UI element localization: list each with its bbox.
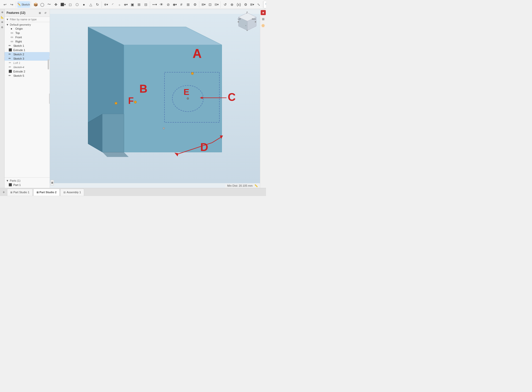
extrude2-item[interactable]: ⬛ Extrude 2	[5, 69, 50, 73]
sketch1-item[interactable]: ✏ Sketch 1	[5, 44, 50, 48]
pattern-dropdown[interactable]: ⊞▾	[201, 2, 207, 7]
bool-dropdown[interactable]: ⊕▾	[103, 2, 109, 7]
visibility-icon[interactable]: 👁	[0, 20, 4, 24]
part-studio-2-tab[interactable]: ⊞ Part Studio 2	[33, 189, 60, 196]
top-item[interactable]: ▭ Top	[5, 31, 50, 35]
panel-header-icons: ⊞ ↺	[38, 11, 48, 15]
transform2-button[interactable]: ⊞	[136, 1, 142, 8]
sketch3-item[interactable]: ✏ Sketch 3	[5, 56, 50, 61]
circle-button[interactable]: ◯	[39, 1, 46, 8]
svg-point-10	[187, 98, 189, 100]
gear-button[interactable]: ⚙	[192, 1, 198, 8]
settings-edge-icon[interactable]: ⚙	[0, 25, 4, 29]
default-geometry-group[interactable]: ▼ Default geometry	[5, 23, 50, 27]
split-button[interactable]: ⊟	[143, 1, 149, 8]
cylinder-button[interactable]: ⬡	[74, 1, 80, 8]
revolve-button[interactable]: ↻	[94, 1, 101, 8]
svg-text:Y: Y	[245, 25, 246, 26]
chamfer-button[interactable]: ⬦	[116, 1, 123, 8]
main-toolbar: ↩ ↪ ✏️Sketch 📦 ◯ 〜 ✥ ⬛▾ ◻ ⬡ ● △ ↻ ⊕▾ ◜ ⬦…	[0, 0, 266, 9]
undo-redo-group: ↩ ↪	[1, 1, 16, 8]
appearance-icon[interactable]: ◉	[261, 10, 266, 15]
part-studio-1-tab[interactable]: ⊞ Part Studio 1	[7, 189, 33, 196]
search-icon: 🔍	[265, 3, 266, 6]
part-studio-1-icon: ⊞	[10, 191, 12, 194]
parts-group[interactable]: ▼ Parts (1)	[5, 179, 50, 183]
svg-point-12	[115, 102, 117, 104]
box-button[interactable]: ◻	[67, 1, 74, 8]
assembly-button[interactable]: ⊡	[207, 1, 213, 8]
assembly-1-tab[interactable]: ⊟ Assembly 1	[60, 189, 84, 196]
analyze-button[interactable]: ⚙	[242, 1, 249, 8]
config-button[interactable]: ⊞	[185, 1, 191, 8]
sketch2-item[interactable]: ✏ Sketch 2	[5, 52, 50, 56]
sphere-button[interactable]: ●	[81, 1, 87, 8]
fullscreen-button[interactable]: ⤡	[255, 1, 262, 8]
curve-button[interactable]: 〜	[46, 1, 52, 8]
filter-input[interactable]	[10, 18, 48, 21]
sketch5-label: Sketch 5	[13, 74, 24, 77]
part-button[interactable]: 📦	[32, 1, 39, 8]
variable-button[interactable]: #	[178, 1, 185, 8]
constraints-button[interactable]: (x)	[236, 1, 242, 8]
extrude-dropdown[interactable]: ⬛▾	[59, 2, 67, 7]
fillet-button[interactable]: ◜	[109, 1, 116, 8]
svg-text:Left: Left	[238, 18, 241, 20]
measure-edge-icon[interactable]: 📐	[0, 15, 4, 19]
svg-text:B: B	[139, 83, 147, 95]
measure-dropdown[interactable]: ⊷▾	[151, 2, 158, 7]
cone-button[interactable]: △	[87, 1, 94, 8]
render-dropdown[interactable]: ◉▾	[172, 2, 178, 7]
tools-icon[interactable]: ⊕	[0, 10, 4, 14]
list-view-toggle[interactable]: ≡	[50, 180, 54, 185]
svg-text:E: E	[184, 87, 189, 97]
move-button[interactable]: ✥	[53, 1, 59, 8]
part-studio-2-icon: ⊞	[37, 191, 39, 194]
sketch-mode-button[interactable]: ✏️Sketch	[17, 1, 30, 8]
sketch2-label: Sketch 2	[13, 53, 24, 56]
status-bar: Min Dist: 20.105 mm 📏	[225, 184, 260, 188]
undo-button[interactable]: ↩	[2, 1, 8, 8]
extrude1-item[interactable]: ⬛ Extrude 1	[5, 48, 50, 52]
sketch5-item[interactable]: ✏ Sketch 5	[5, 73, 50, 78]
sketch2-icon: ✏	[9, 53, 12, 56]
svg-text:Back: Back	[252, 18, 256, 20]
refresh-features-button[interactable]: ↺	[43, 11, 48, 15]
view-button[interactable]: 👁	[158, 1, 165, 8]
scrollbar-thumb[interactable]	[48, 59, 49, 69]
part1-item[interactable]: ⬛ Part 1	[5, 183, 50, 187]
viewport-content: A B C D E	[50, 9, 260, 188]
add-tab-button[interactable]: +	[1, 189, 7, 195]
svg-text:▼: ▼	[246, 29, 248, 32]
sketch4-item[interactable]: ✏ Sketch 4	[5, 65, 50, 69]
svg-text:◀: ◀	[237, 21, 239, 23]
extrude1-icon: ⬛	[9, 48, 12, 52]
redo-button[interactable]: ↪	[9, 1, 15, 8]
feature-tree: ▼ Default geometry ● Origin ▭ Top ▭ Fron…	[5, 22, 50, 177]
part1-icon: ⬛	[9, 183, 12, 186]
svg-text:C: C	[228, 91, 236, 103]
parts-label: Parts (1)	[10, 179, 20, 182]
forces-button[interactable]: ⊕	[229, 1, 235, 8]
draft-dropdown[interactable]: ◈▾	[123, 2, 129, 7]
display-dropdown[interactable]: ⊞▾	[249, 2, 255, 7]
sim-button[interactable]: ↺	[222, 1, 228, 8]
align-dropdown[interactable]: ⊟▾	[214, 2, 220, 7]
shell-button[interactable]: ▣	[129, 1, 136, 8]
material-icon[interactable]: ⊞	[261, 17, 266, 22]
right-item[interactable]: ▭ Right	[5, 39, 50, 44]
origin-item[interactable]: ● Origin	[5, 27, 50, 31]
viewport[interactable]: A B C D E	[50, 9, 260, 188]
search-tools-bar: 🔍 Search tools... alt C	[263, 1, 266, 8]
part-studio-2-label: Part Studio 2	[40, 191, 57, 194]
nav-cube-svg: Z Back Left Y ▲ ▼ ◀ ▶	[237, 12, 257, 32]
loft1-item[interactable]: ✏ Loft 1	[5, 61, 50, 65]
section-button[interactable]: ⊘	[165, 1, 172, 8]
lighting-icon[interactable]: 🔆	[261, 23, 266, 28]
sketch1-label: Sketch 1	[13, 44, 24, 47]
front-item[interactable]: ▭ Front	[5, 35, 50, 39]
svg-marker-6	[103, 114, 124, 152]
nav-cube[interactable]: Z Back Left Y ▲ ▼ ◀ ▶	[237, 12, 257, 32]
transform3-group: ⊞▾ ⊡ ⊟▾	[200, 1, 221, 8]
expand-features-button[interactable]: ⊞	[38, 11, 42, 15]
